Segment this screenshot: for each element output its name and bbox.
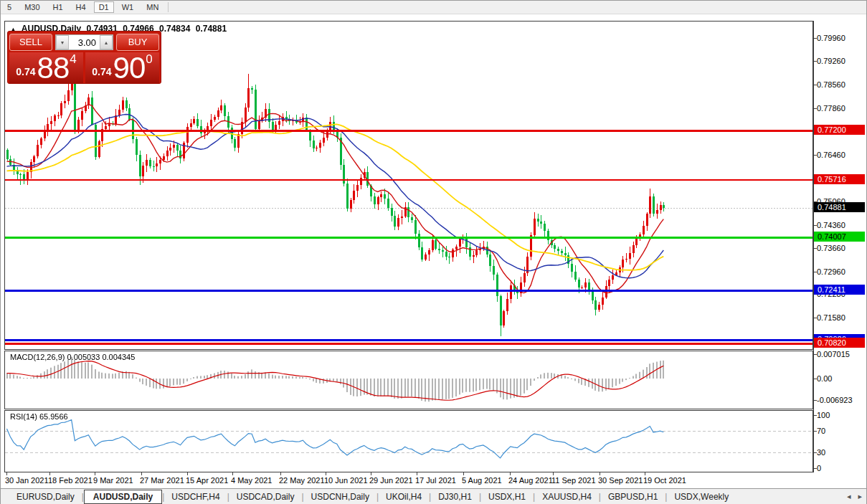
macd-pane: MACD(12,26,9) 0.005033 0.004345: [4, 351, 813, 409]
tab-usdx-weekly[interactable]: USDX,Weekly: [667, 490, 736, 503]
volume-spinner: ▾ 3.00 ▴: [55, 34, 113, 50]
tab-usdcnh-daily[interactable]: USDCNH,Daily: [304, 490, 376, 503]
axis-tick: [814, 108, 817, 109]
date-axis-label: 4 May 2021: [231, 476, 272, 485]
price-axis-label: 0.71580: [817, 313, 845, 323]
tab-audusd-daily[interactable]: AUDUSD,Daily: [84, 490, 162, 504]
tab-dj30-h1[interactable]: DJ30,H1: [431, 490, 479, 503]
level-price-badge: 0.70820: [814, 338, 865, 348]
timeframe-button-w1[interactable]: W1: [117, 2, 139, 12]
sell-price-sup: 4: [70, 52, 76, 67]
macd-axis-label: 0.00: [817, 374, 832, 384]
tab-usdcad-daily[interactable]: USDCAD,Daily: [229, 490, 302, 503]
date-axis-tick: [326, 472, 326, 475]
date-axis-label: 19 Oct 2021: [643, 476, 686, 485]
rsi-axis-label: 0: [817, 464, 821, 473]
date-axis-tick: [232, 472, 233, 475]
tabs-scroll-right-icon[interactable]: ▸: [858, 492, 862, 501]
price-axis-label: 0.73660: [817, 244, 845, 253]
date-axis-tick: [510, 472, 511, 475]
price-axis-gutter: 0.799600.792600.785600.778600.764600.750…: [813, 21, 866, 472]
timeframe-button-5[interactable]: 5: [2, 2, 16, 12]
tab-eurusd-daily[interactable]: EURUSD,Daily: [9, 490, 82, 503]
buy-price-tile[interactable]: 0.74 90 0: [85, 52, 159, 84]
rsi-label: RSI(14) 65.9566: [10, 412, 68, 421]
axis-tick: [814, 354, 817, 355]
axis-tick: [814, 452, 817, 453]
date-axis-tick: [280, 472, 281, 475]
level-price-badge: 0.74007: [814, 232, 865, 242]
buy-price-sup: 0: [146, 52, 152, 67]
date-axis: 30 Jan 202118 Feb 20219 Mar 202127 Mar 2…: [4, 472, 813, 488]
level-price-badge: 0.77200: [814, 125, 865, 135]
tab-usdchf-h4[interactable]: USDCHF,H4: [164, 490, 227, 503]
date-axis-tick: [6, 472, 7, 475]
rsi-axis-label: 70: [817, 427, 825, 436]
timeframe-button-m30[interactable]: M30: [19, 2, 44, 12]
macd-axis-label: 0.007015: [817, 350, 850, 359]
tabs-scroll-left-icon[interactable]: ◂: [847, 492, 851, 501]
timeframe-button-d1[interactable]: D1: [94, 1, 114, 13]
trade-panel-controls: SELL ▾ 3.00 ▴ BUY: [9, 33, 159, 52]
timeframe-button-h1[interactable]: H1: [48, 2, 68, 12]
date-axis-label: 29 Jun 2021: [369, 476, 413, 485]
sell-price-prefix: 0.74: [16, 66, 35, 77]
date-axis-label: 27 Mar 2021: [140, 476, 184, 485]
axis-tick: [814, 379, 817, 379]
rsi-pane: RSI(14) 65.9566: [4, 410, 813, 472]
buy-price-big: 90: [113, 54, 146, 82]
price-axis-label: 0.74360: [817, 221, 845, 230]
date-axis-label: 5 Aug 2021: [462, 476, 502, 485]
date-axis-label: 30 Sep 2021: [598, 476, 643, 485]
axis-tick: [814, 272, 817, 272]
date-axis-tick: [187, 472, 188, 475]
date-axis-tick: [371, 472, 371, 475]
price-axis-label: 0.72960: [817, 267, 845, 277]
date-axis-tick: [463, 472, 464, 475]
date-axis-tick: [417, 472, 417, 475]
axis-tick: [814, 431, 817, 432]
timeframe-button-mn[interactable]: MN: [141, 2, 164, 12]
price-axis-label: 0.79260: [817, 57, 845, 66]
sell-price-tile[interactable]: 0.74 88 4: [9, 52, 83, 84]
tab-usdx-h1[interactable]: USDX,H1: [481, 490, 533, 503]
tab-xauusd-h4[interactable]: XAUUSD,H4: [535, 490, 599, 503]
date-axis-label: 9 Mar 2021: [93, 476, 133, 485]
rsi-canvas[interactable]: [5, 411, 812, 472]
main-price-pane: ▲ AUDUSD,Daily 0.74931 0.74966 0.74834 0…: [4, 21, 813, 350]
date-axis-label: 15 Apr 2021: [186, 476, 228, 485]
volume-increase-icon[interactable]: ▴: [100, 35, 113, 49]
date-axis-tick: [600, 472, 600, 475]
volume-input[interactable]: 3.00: [69, 35, 100, 49]
buy-button[interactable]: BUY: [116, 34, 159, 51]
date-axis-label: 10 Jun 2021: [324, 476, 368, 485]
tab-ukoil-h4[interactable]: UKOil,H4: [379, 490, 429, 503]
sell-price-big: 88: [37, 54, 70, 82]
tab-gbpusd-h1[interactable]: GBPUSD,H1: [601, 490, 665, 503]
macd-label: MACD(12,26,9) 0.005033 0.004345: [10, 353, 135, 361]
date-axis-tick: [49, 472, 50, 475]
trade-panel-prices: 0.74 88 4 0.74 90 0: [9, 52, 159, 84]
price-axis-label: 0.79960: [817, 34, 845, 43]
sell-button[interactable]: SELL: [9, 34, 52, 51]
price-axis-label: 0.78560: [817, 80, 845, 90]
toolbar-separator: [168, 2, 169, 12]
axis-tick: [814, 318, 817, 318]
terminal-window: 5M30H1H4D1W1MN ▲ AUDUSD,Daily 0.74931 0.…: [0, 0, 867, 504]
volume-decrease-icon[interactable]: ▾: [56, 35, 69, 49]
date-axis-label: 24 Aug 2021: [508, 476, 553, 485]
date-axis-tick: [645, 472, 645, 475]
date-axis-label: 30 Jan 2021: [5, 476, 49, 485]
tab-nav: ◂▸: [847, 492, 862, 501]
date-axis-label: 11 Sep 2021: [551, 476, 596, 485]
axis-tick: [814, 85, 817, 85]
axis-tick: [814, 248, 817, 249]
axis-tick: [814, 155, 817, 156]
ohlc-low: 0.74834: [159, 24, 190, 34]
timeframe-button-h4[interactable]: H4: [71, 2, 91, 12]
ohlc-close: 0.74881: [196, 24, 227, 34]
one-click-trading-panel: SELL ▾ 3.00 ▴ BUY 0.74 88 4 0.74 90 0: [7, 31, 161, 84]
date-axis-tick: [95, 472, 95, 475]
current-price-badge: 0.74881: [814, 202, 865, 212]
rsi-axis-label: 100: [817, 411, 830, 420]
